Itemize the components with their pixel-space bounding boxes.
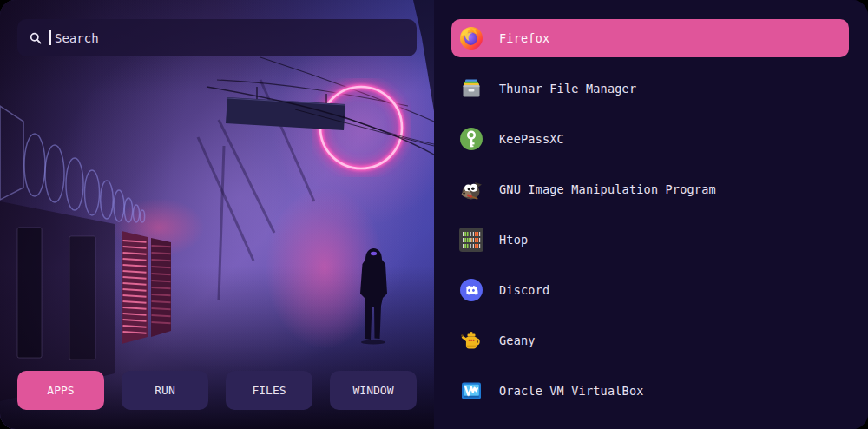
geany-icon [459,328,483,353]
search-icon [30,32,42,44]
wallpaper-art [0,0,434,429]
wallpaper [0,0,434,429]
wall-sign-outline [0,106,23,200]
app-row-htop[interactable]: Htop [451,221,849,259]
mode-button-files[interactable]: FILES [226,371,312,410]
app-label: Geany [499,333,536,347]
app-launcher-window: APPS RUN FILES WINDOW [0,0,868,429]
app-label: Htop [499,233,528,247]
left-panel: APPS RUN FILES WINDOW [0,0,434,429]
neon-shutter [122,231,171,344]
app-row-keepassxc[interactable]: KeePassXC [451,120,849,158]
text-caret [49,30,51,45]
virtualbox-icon [459,379,483,403]
mode-button-window[interactable]: WINDOW [330,371,417,410]
app-label: KeePassXC [499,132,564,146]
mode-button-apps[interactable]: APPS [17,371,104,410]
building-edge [413,0,434,111]
app-label: Oracle VM VirtualBox [499,384,644,398]
firefox-icon [459,26,483,50]
app-label: Thunar File Manager [499,82,636,96]
discord-icon [459,278,483,302]
app-row-gimp[interactable]: GNU Image Manipulation Program [451,170,849,208]
app-row-thunar[interactable]: Thunar File Manager [451,69,849,108]
gimp-icon [459,177,483,201]
keepassxc-icon [459,127,483,151]
app-label: GNU Image Manipulation Program [499,182,716,196]
app-label: Discord [499,283,549,297]
app-row-firefox[interactable]: Firefox [451,19,849,57]
circle-chain [24,134,145,222]
figure-silhouette [360,248,387,345]
app-row-virtualbox[interactable]: Oracle VM VirtualBox [451,372,849,410]
app-row-discord[interactable]: Discord [451,271,849,309]
mode-switcher: APPS RUN FILES WINDOW [17,371,417,410]
search-input[interactable] [53,30,404,46]
app-list: Firefox Thunar File Manager [434,0,868,429]
htop-icon [459,228,483,252]
app-label: Firefox [499,31,549,45]
search-bar[interactable] [17,19,417,56]
app-row-geany[interactable]: Geany [451,321,849,360]
thunar-icon [459,76,483,101]
mode-button-run[interactable]: RUN [122,371,208,410]
